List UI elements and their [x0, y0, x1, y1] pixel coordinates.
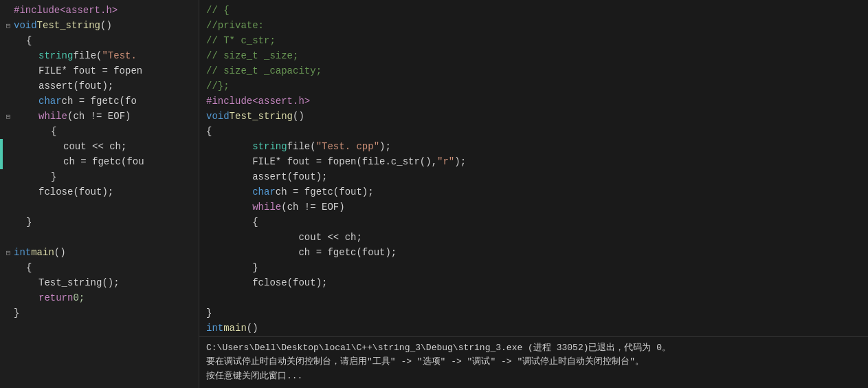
code-token: assert(fout);: [252, 171, 327, 182]
left-code-line: ⊟int main(): [0, 245, 199, 260]
code-token: {: [26, 262, 32, 273]
right-code-line: while (ch != EOF): [199, 200, 868, 215]
left-code-line: ch = fgetc(fou: [0, 154, 199, 169]
right-code-line: fclose(fout);: [199, 275, 868, 290]
left-code-editor: #include<assert.h>⊟void Test_string() { …: [0, 3, 199, 321]
code-token: // size_t _capacity;: [206, 65, 322, 76]
output-area: C:\Users\Dell\Desktop\local\C++\string_3…: [199, 336, 868, 388]
right-code-line: {: [199, 124, 868, 139]
code-token: }: [26, 217, 32, 228]
debug-indicator: [0, 154, 3, 169]
code-token: (ch != EOF): [281, 202, 344, 213]
code-token: );: [379, 141, 391, 152]
code-token: );: [454, 156, 466, 167]
fold-indicator[interactable]: ⊟: [3, 248, 14, 257]
output-line-3: 按任意键关闭此窗口...: [206, 369, 861, 384]
code-token: [206, 171, 252, 182]
right-code-line: string file("Test. cpp");: [199, 139, 868, 154]
code-token: file(: [73, 50, 102, 61]
fold-indicator[interactable]: ⊟: [3, 21, 14, 30]
code-token: {: [51, 126, 56, 137]
code-token: int: [14, 247, 31, 258]
right-code-line: FILE* fout = fopen(file.c_str(), "r");: [199, 154, 868, 169]
code-token: [206, 277, 252, 288]
code-token: }: [252, 262, 258, 273]
code-token: while: [252, 202, 281, 213]
code-token: [206, 262, 252, 273]
code-token: [206, 247, 298, 258]
code-token: #include<assert.h>: [14, 5, 118, 16]
code-token: //};: [206, 80, 230, 91]
code-token: char: [252, 186, 276, 197]
right-panel: // {//private:// T* c_str;// size_t _siz…: [199, 0, 868, 388]
left-code-line: cout << ch;: [0, 139, 199, 154]
left-code-line: {: [0, 33, 199, 48]
code-token: main: [223, 323, 247, 334]
right-code-line: //};: [199, 78, 868, 94]
code-token: // {: [206, 5, 230, 16]
right-code-line: cout << ch;: [199, 230, 868, 245]
code-token: #include<assert.h>: [206, 96, 310, 107]
left-code-line: [0, 200, 199, 215]
left-code-line: Test_string();: [0, 275, 199, 290]
code-token: Test_string: [230, 111, 293, 122]
code-token: "r": [437, 156, 454, 167]
code-token: [206, 186, 252, 197]
code-token: {: [252, 217, 258, 228]
right-code-line: [199, 290, 868, 305]
code-token: FILE* fout = fopen: [38, 65, 142, 76]
left-code-line: ⊟while (ch != EOF): [0, 109, 199, 124]
left-code-line: {: [0, 260, 199, 275]
code-token: }: [14, 308, 19, 319]
code-token: 0;: [73, 292, 85, 303]
right-code-line: int main(): [199, 321, 868, 336]
right-code-line: // {: [199, 3, 868, 18]
code-token: // size_t _size;: [206, 50, 298, 61]
output-line-1: C:\Users\Dell\Desktop\local\C++\string_3…: [206, 341, 861, 356]
code-token: [206, 156, 252, 167]
code-token: cout << ch;: [298, 232, 361, 243]
code-token: ch = fgetc(fout);: [276, 186, 374, 197]
code-token: }: [51, 171, 56, 182]
left-code-line: }: [0, 215, 199, 230]
code-token: (): [293, 111, 304, 122]
left-code-line: }: [0, 169, 199, 184]
code-token: void: [14, 20, 37, 31]
right-code-line: // T* c_str;: [199, 33, 868, 48]
code-token: string: [252, 141, 287, 152]
right-code-line: }: [199, 260, 868, 275]
code-token: fclose(fout);: [38, 186, 113, 197]
left-code-line: }: [0, 305, 199, 321]
code-token: ch = fgetc(fou: [63, 156, 144, 167]
code-token: "Test. cpp": [316, 141, 379, 152]
code-token: // T* c_str;: [206, 35, 276, 46]
code-token: "Test.: [102, 50, 136, 61]
code-token: (): [100, 20, 112, 31]
code-token: string: [38, 50, 73, 61]
left-code-line: char ch = fgetc(fo: [0, 94, 199, 109]
code-token: char: [38, 96, 62, 107]
right-code-line: ch = fgetc(fout);: [199, 245, 868, 260]
right-code-editor: // {//private:// T* c_str;// size_t _siz…: [199, 3, 868, 336]
code-token: file(: [287, 141, 316, 152]
left-code-line: FILE* fout = fopen: [0, 63, 199, 78]
left-code-line: return 0;: [0, 290, 199, 305]
right-code-line: char ch = fgetc(fout);: [199, 184, 868, 200]
right-code-line: void Test_string(): [199, 109, 868, 124]
code-token: ch = fgetc(fout);: [298, 247, 397, 258]
code-token: {: [206, 126, 212, 137]
left-code-line: {: [0, 124, 199, 139]
fold-indicator[interactable]: ⊟: [3, 112, 14, 121]
code-token: int: [206, 323, 223, 334]
code-token: return: [38, 292, 73, 303]
right-code-line: // size_t _size;: [199, 48, 868, 63]
right-code-line: // size_t _capacity;: [199, 63, 868, 78]
right-code-area: // {//private:// T* c_str;// size_t _siz…: [199, 0, 868, 336]
code-token: void: [206, 111, 230, 122]
code-token: fclose(fout);: [252, 277, 327, 288]
code-token: cout << ch;: [63, 141, 126, 152]
code-token: }: [206, 308, 212, 319]
code-token: [206, 141, 252, 152]
right-code-line: #include<assert.h>: [199, 94, 868, 109]
code-token: {: [26, 35, 32, 46]
